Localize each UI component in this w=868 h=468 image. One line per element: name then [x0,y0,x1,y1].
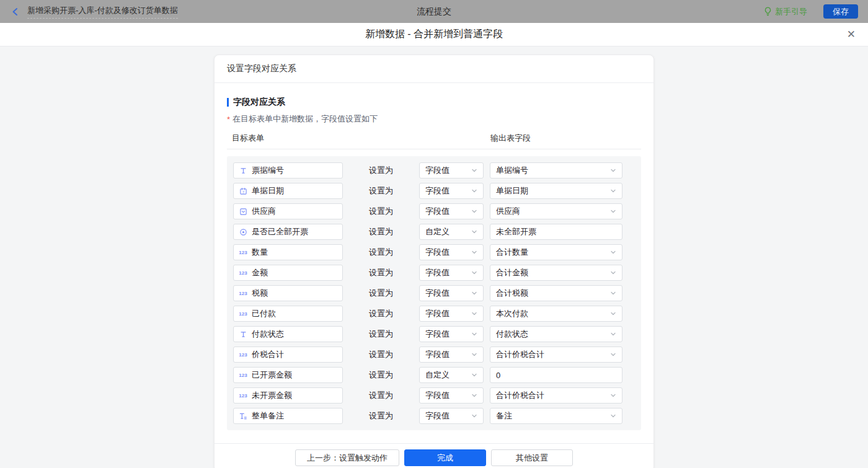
mapping-row: 123 已付款 设置为 字段值 本次付款 [233,306,635,322]
target-field-box: 整单备注 [233,408,343,424]
radio-field-icon [239,227,247,236]
text-field-icon [239,330,247,338]
value-mode-select[interactable]: 字段值 [419,408,484,424]
chevron-down-icon [471,270,477,276]
target-field-box: 票据编号 [233,162,343,179]
text-field-icon [239,166,247,175]
other-settings-button[interactable]: 其他设置 [491,449,573,466]
output-field-text: 单据日期 [496,185,610,196]
svg-text:7: 7 [242,190,244,193]
target-field-label: 已付款 [252,308,276,319]
custom-value-input[interactable]: 未全部开票 [490,224,622,240]
mapping-row: 123 已开票金额 设置为 自定义 0 [233,367,635,383]
chevron-down-icon [471,351,477,358]
beginner-guide-link[interactable]: 新手引导 [764,6,807,17]
screen: 新增采购开票-入库-付款及修改订货单数据 流程提交 新手引导 保存 新增数据 -… [0,0,868,468]
lightbulb-icon [764,7,772,16]
value-mode-select[interactable]: 字段值 [419,347,484,363]
chevron-down-icon [610,208,616,214]
value-mode-text: 字段值 [425,267,471,278]
value-mode-select[interactable]: 字段值 [419,203,484,219]
done-button[interactable]: 完成 [404,449,486,466]
chevron-down-icon [610,413,616,419]
value-mode-select[interactable]: 字段值 [419,285,484,301]
value-mode-select[interactable]: 字段值 [419,326,484,342]
output-field-select[interactable]: 付款状态 [490,326,622,342]
output-field-select[interactable]: 本次付款 [490,306,622,322]
field-mapping-card: 设置字段对应关系 字段对应关系 * 在目标表单中新增数据，字段值设置如下 目标表… [214,55,654,468]
value-mode-select[interactable]: 自定义 [419,367,484,383]
value-mode-text: 字段值 [425,206,471,217]
chevron-down-icon [471,208,477,214]
section-accent-bar [227,98,229,107]
mapping-row: 整单备注 设置为 字段值 备注 [233,408,635,424]
chevron-down-icon [610,167,616,174]
output-field-select[interactable]: 合计价税合计 [490,347,622,363]
topbar: 新增采购开票-入库-付款及修改订货单数据 流程提交 新手引导 保存 [0,0,868,23]
value-mode-select[interactable]: 字段值 [419,306,484,322]
set-as-label: 设置为 [343,247,419,258]
output-field-select[interactable]: 合计税额 [490,285,622,301]
value-mode-select[interactable]: 字段值 [419,265,484,281]
output-field-select[interactable]: 合计金额 [490,265,622,281]
close-icon[interactable]: ✕ [847,29,856,41]
mapping-row: 是否已全部开票 设置为 自定义 未全部开票 [233,224,635,240]
card-header-title: 设置字段对应关系 [215,55,653,83]
mapping-row: 7 单据日期 设置为 字段值 单据日期 [233,183,635,199]
number-field-icon: 123 [239,309,247,318]
chevron-down-icon [610,392,616,399]
target-field-box: 123 已开票金额 [233,367,343,383]
value-mode-text: 自定义 [425,226,471,237]
output-field-select[interactable]: 备注 [490,408,622,424]
modal-header: 新增数据 - 合并新增到普通字段 ✕ [0,23,868,46]
mapping-row: 123 金额 设置为 字段值 合计金额 [233,265,635,281]
output-field-text: 备注 [496,410,610,422]
number-field-icon: 123 [239,289,247,298]
mapping-row: 123 未开票金额 设置为 字段值 合计价税合计 [233,387,635,404]
textarea-field-icon [239,412,247,420]
output-field-select[interactable]: 合计数量 [490,244,622,260]
card-content: 字段对应关系 * 在目标表单中新增数据，字段值设置如下 目标表单 输出表字段 票… [215,83,653,430]
target-field-label: 付款状态 [252,329,284,340]
value-mode-text: 自定义 [425,369,471,381]
chevron-down-icon [471,167,477,174]
number-field-icon: 123 [239,350,247,359]
target-field-label: 金额 [252,267,268,278]
value-mode-select[interactable]: 字段值 [419,183,484,199]
save-button[interactable]: 保存 [823,4,858,19]
value-mode-text: 字段值 [425,329,471,340]
workflow-title[interactable]: 新增采购开票-入库-付款及修改订货单数据 [27,5,178,19]
chevron-down-icon [471,249,477,255]
select-field-icon [239,207,247,216]
set-as-label: 设置为 [343,206,419,217]
topbar-right: 新手引导 保存 [764,4,858,19]
set-as-label: 设置为 [343,308,419,319]
chevron-down-icon [610,351,616,358]
output-field-select[interactable]: 合计价税合计 [490,387,622,404]
chevron-down-icon [471,311,477,317]
chevron-down-icon [471,413,477,419]
col-target-form: 目标表单 [232,133,264,144]
chevron-down-icon [471,290,477,296]
value-mode-select[interactable]: 字段值 [419,387,484,404]
value-mode-text: 字段值 [425,165,471,176]
target-field-box: 付款状态 [233,326,343,342]
custom-value-input[interactable]: 0 [490,367,622,383]
value-mode-select[interactable]: 自定义 [419,224,484,240]
value-mode-select[interactable]: 字段值 [419,244,484,260]
mapping-row: 123 税额 设置为 字段值 合计税额 [233,285,635,301]
value-mode-select[interactable]: 字段值 [419,162,484,179]
required-asterisk: * [227,115,230,124]
target-field-box: 7 单据日期 [233,183,343,199]
prev-step-button[interactable]: 上一步：设置触发动作 [295,449,399,466]
number-field-icon: 123 [239,248,247,257]
output-field-text: 0 [496,371,616,380]
chevron-down-icon [610,249,616,255]
output-field-text: 合计价税合计 [496,349,610,360]
output-field-select[interactable]: 单据日期 [490,183,622,199]
output-field-select[interactable]: 单据编号 [490,162,622,179]
target-field-box: 供应商 [233,203,343,219]
output-field-select[interactable]: 供应商 [490,203,622,219]
back-chevron-icon[interactable] [10,6,21,17]
target-field-label: 价税合计 [252,349,284,360]
